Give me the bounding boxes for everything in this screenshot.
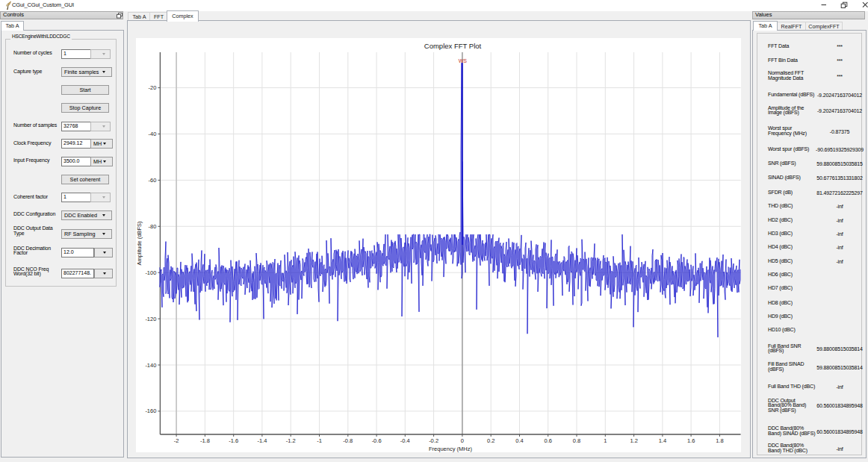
svg-text:-40: -40 <box>149 131 157 137</box>
svg-text:0.8: 0.8 <box>573 437 580 444</box>
svg-text:1.2: 1.2 <box>630 437 637 444</box>
svg-text:-120: -120 <box>145 316 156 322</box>
svg-text:-1.8: -1.8 <box>200 437 210 444</box>
svg-text:0.4: 0.4 <box>515 437 523 444</box>
svg-text:Complex FFT Plot: Complex FFT Plot <box>424 42 482 50</box>
svg-text:1.6: 1.6 <box>687 437 695 444</box>
svg-text:0.2: 0.2 <box>487 437 495 444</box>
svg-text:Amplitude (dBFS): Amplitude (dBFS) <box>136 221 143 266</box>
svg-text:-100: -100 <box>145 269 156 276</box>
svg-text:-1: -1 <box>317 437 322 444</box>
svg-text:Frequency (MHz): Frequency (MHz) <box>429 446 472 452</box>
svg-text:-0.6: -0.6 <box>372 437 382 444</box>
svg-text:-20: -20 <box>149 84 157 91</box>
svg-text:1.8: 1.8 <box>716 437 723 444</box>
svg-text:1: 1 <box>604 437 607 444</box>
svg-text:-1.2: -1.2 <box>286 437 296 444</box>
svg-text:-1.4: -1.4 <box>257 437 267 444</box>
svg-text:-0.8: -0.8 <box>343 437 353 444</box>
svg-text:-60: -60 <box>149 177 157 184</box>
svg-text:-1.6: -1.6 <box>229 437 238 444</box>
svg-text:0.6: 0.6 <box>544 437 551 444</box>
svg-text:-140: -140 <box>145 362 156 369</box>
svg-text:-80: -80 <box>149 223 157 230</box>
svg-text:1.4: 1.4 <box>659 437 666 444</box>
svg-text:-0.2: -0.2 <box>429 437 438 444</box>
svg-text:-2: -2 <box>174 437 179 444</box>
svg-text:0: 0 <box>461 437 464 444</box>
svg-text:WS: WS <box>459 58 468 63</box>
svg-text:-160: -160 <box>145 408 156 414</box>
svg-text:-0.4: -0.4 <box>400 437 410 444</box>
